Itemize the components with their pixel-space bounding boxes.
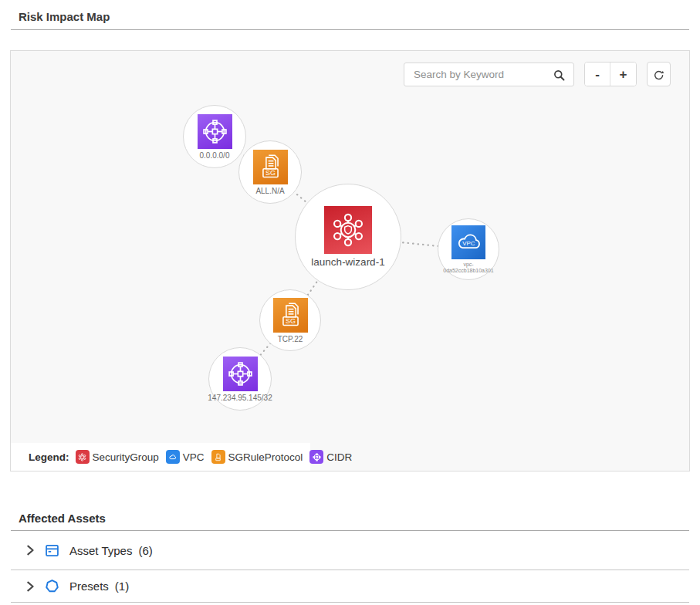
legend-label: SGRuleProtocol <box>228 451 303 463</box>
map-legend: Legend: SecurityGroup VPC <box>11 443 310 471</box>
cidr-mini-icon <box>309 450 323 464</box>
refresh-button[interactable] <box>647 62 671 86</box>
sg-rule-protocol-icon: SG <box>273 298 308 333</box>
legend-label: VPC <box>183 451 205 463</box>
risk-impact-map-canvas[interactable]: - + 0.0.0.0/0 <box>10 50 690 471</box>
sg-rule-protocol-mini-icon <box>211 450 225 464</box>
search-box <box>404 63 574 86</box>
legend-label: SecurityGroup <box>93 451 159 463</box>
affected-assets-header: Affected Assets <box>0 471 700 526</box>
node-label: vpc-0da52ccb18b10a301 <box>438 262 499 273</box>
asset-row-label: Presets <box>69 580 109 593</box>
sg-rule-protocol-icon: SG <box>253 150 288 184</box>
security-group-mini-icon <box>76 450 90 464</box>
chevron-right-icon[interactable] <box>23 580 37 593</box>
graph-node-cidr-host[interactable]: 147.234.95.145/32 <box>208 347 272 411</box>
vpc-icon: VPC <box>451 225 485 259</box>
graph-node-sgrule-all[interactable]: SG ALL.N/A <box>238 140 302 204</box>
zoom-in-button[interactable]: + <box>610 63 636 86</box>
asset-row-label: Asset Types <box>69 544 132 557</box>
asset-row-asset-types[interactable]: Asset Types (6) <box>11 531 689 570</box>
vpc-mini-icon <box>166 450 180 464</box>
cidr-icon <box>223 357 258 391</box>
header-divider <box>11 29 689 30</box>
asset-row-count: (1) <box>115 580 129 593</box>
svg-text:VPC: VPC <box>462 240 475 247</box>
search-icon[interactable] <box>552 68 566 83</box>
node-label: ALL.N/A <box>255 187 284 195</box>
map-toolbar: - + <box>404 62 671 86</box>
svg-text:SG: SG <box>265 169 275 177</box>
zoom-controls: - + <box>584 62 637 86</box>
page-header: Risk Impact Map <box>0 0 700 24</box>
graph-node-cidr-any[interactable]: 0.0.0.0/0 <box>183 105 246 168</box>
cidr-icon <box>198 114 232 149</box>
zoom-out-button[interactable]: - <box>585 63 610 86</box>
presets-icon <box>44 578 60 594</box>
legend-item-vpc: VPC <box>166 450 205 464</box>
graph-node-vpc[interactable]: VPC vpc-0da52ccb18b10a301 <box>438 218 499 280</box>
node-label: launch-wizard-1 <box>311 257 384 269</box>
node-label: TCP.22 <box>278 335 303 343</box>
asset-row-count: (6) <box>138 544 152 557</box>
graph-node-sgrule-tcp22[interactable]: SG TCP.22 <box>259 289 321 351</box>
refresh-icon <box>652 68 665 81</box>
asset-row-presets[interactable]: Presets (1) <box>11 570 689 603</box>
asset-types-icon <box>44 542 60 559</box>
legend-label: CIDR <box>326 451 352 463</box>
search-input[interactable] <box>404 63 573 86</box>
affected-assets-title: Affected Assets <box>19 512 106 525</box>
legend-title: Legend: <box>29 451 69 463</box>
graph-node-security-group[interactable]: launch-wizard-1 <box>295 184 401 290</box>
node-label: 147.234.95.145/32 <box>208 394 272 402</box>
node-label: 0.0.0.0/0 <box>200 151 230 160</box>
svg-text:SG: SG <box>285 317 295 325</box>
chevron-right-icon[interactable] <box>23 543 37 557</box>
security-group-icon <box>324 206 372 254</box>
page-title: Risk Impact Map <box>19 10 110 23</box>
legend-item-sg-rule-protocol: SGRuleProtocol <box>211 450 303 464</box>
legend-item-cidr: CIDR <box>309 450 352 464</box>
legend-item-security-group: SecurityGroup <box>76 450 159 464</box>
